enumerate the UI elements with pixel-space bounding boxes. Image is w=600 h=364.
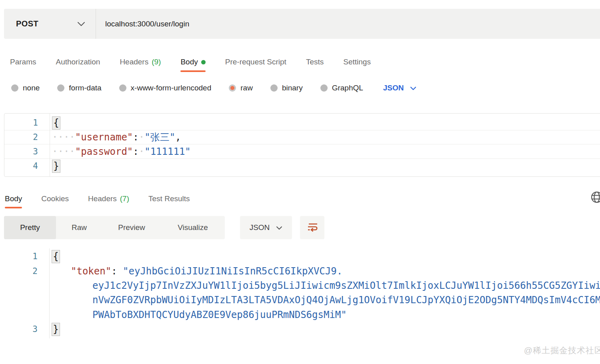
globe-icon[interactable] bbox=[590, 190, 600, 204]
radio-binary[interactable]: binary bbox=[270, 84, 303, 92]
chevron-down-icon bbox=[410, 84, 416, 92]
tab-headers[interactable]: Headers (9) bbox=[120, 52, 161, 72]
method-label: POST bbox=[16, 19, 38, 28]
close-brace[interactable]: } bbox=[52, 160, 60, 173]
code-line: 1 { bbox=[4, 116, 600, 130]
watermark: @稀土掘金技术社区 bbox=[524, 345, 600, 356]
tab-params[interactable]: Params bbox=[10, 52, 36, 72]
radio-icon bbox=[119, 84, 126, 92]
api-client-window: POST localhost:3000/user/login Params Au… bbox=[0, 0, 600, 364]
radio-icon bbox=[11, 84, 18, 92]
body-modified-dot bbox=[201, 60, 206, 64]
request-url-bar: POST localhost:3000/user/login bbox=[4, 9, 600, 39]
code-line-wrapped: eyJ1c2VyIjp7InVzZXJuYW1lIjoi5byg5LiJIiwi… bbox=[4, 278, 600, 293]
radio-raw[interactable]: raw bbox=[229, 84, 253, 92]
chevron-down-icon bbox=[276, 223, 282, 232]
code-line: 4 } bbox=[4, 159, 600, 173]
code-line: 2 "token": "eyJhbGciOiJIUzI1NiIsInR5cCI6… bbox=[4, 264, 600, 278]
headers-count-badge: (9) bbox=[152, 58, 161, 66]
url-text: localhost:3000/user/login bbox=[105, 20, 189, 28]
tab-authorization[interactable]: Authorization bbox=[56, 52, 100, 72]
response-headers-count-badge: (7) bbox=[120, 194, 129, 203]
tab-response-headers[interactable]: Headers (7) bbox=[88, 189, 129, 208]
body-type-row: none form-data x-www-form-urlencoded raw… bbox=[11, 80, 416, 96]
wrap-text-icon bbox=[306, 220, 319, 235]
token-text: nVwZGF0ZVRpbWUiOiIyMDIzLTA3LTA5VDAxOjQ4O… bbox=[92, 294, 600, 306]
code-line-wrapped: nVwZGF0ZVRpbWUiOiIyMDIzLTA3LTA5VDAxOjQ4O… bbox=[4, 293, 600, 307]
radio-icon bbox=[320, 84, 328, 92]
code-line: 1 { bbox=[4, 249, 600, 264]
wrap-text-button[interactable] bbox=[300, 216, 324, 239]
code-line-wrapped: PWAbToBXDHTQCYUdyABZ0E9Vep86juuPRmNDS6gs… bbox=[4, 308, 600, 322]
raw-language-dropdown[interactable]: JSON bbox=[383, 84, 416, 92]
request-tabs: Params Authorization Headers (9) Body Pr… bbox=[10, 52, 600, 72]
close-brace[interactable]: } bbox=[52, 323, 60, 336]
response-view-toolbar: Pretty Raw Preview Visualize JSON bbox=[4, 216, 324, 239]
response-body-viewer[interactable]: 1 { 2 "token": "eyJhbGciOiJIUzI1NiIsInR5… bbox=[4, 248, 600, 338]
chevron-down-icon bbox=[77, 22, 85, 26]
radio-none[interactable]: none bbox=[11, 84, 40, 92]
token-text: PWAbToBXDHTQCYUdyABZ0E9Vep86juuPRmNDS6gs… bbox=[92, 309, 347, 320]
method-dropdown[interactable]: POST bbox=[4, 9, 96, 39]
open-brace[interactable]: { bbox=[52, 116, 60, 130]
tab-body[interactable]: Body bbox=[180, 52, 205, 72]
radio-form-data[interactable]: form-data bbox=[57, 84, 101, 92]
code-line: 3 ····"password":·"111111" bbox=[4, 144, 600, 159]
tab-response-body[interactable]: Body bbox=[5, 189, 22, 208]
response-format-dropdown[interactable]: JSON bbox=[240, 216, 292, 239]
open-brace[interactable]: { bbox=[52, 250, 60, 263]
tab-test-results[interactable]: Test Results bbox=[148, 189, 190, 208]
token-text: eyJ1c2VyIjp7InVzZXJuYW1lIjoi5byg5LiJIiwi… bbox=[92, 280, 600, 291]
tab-pre-request-script[interactable]: Pre-request Script bbox=[225, 52, 286, 72]
radio-graphql[interactable]: GraphQL bbox=[320, 84, 363, 92]
gutter-divider bbox=[49, 248, 50, 338]
radio-selected-icon bbox=[229, 84, 236, 92]
radio-x-www-form-urlencoded[interactable]: x-www-form-urlencoded bbox=[119, 84, 212, 92]
view-visualize-button[interactable]: Visualize bbox=[161, 216, 225, 239]
view-pretty-button[interactable]: Pretty bbox=[4, 216, 56, 239]
view-mode-segmented-control: Pretty Raw Preview Visualize bbox=[4, 216, 225, 239]
request-body-editor[interactable]: 1 { 2 ····"username":·"张三", 3 ····"passw… bbox=[4, 113, 600, 177]
view-raw-button[interactable]: Raw bbox=[56, 216, 102, 239]
radio-icon bbox=[270, 84, 278, 92]
view-preview-button[interactable]: Preview bbox=[102, 216, 161, 239]
tab-settings[interactable]: Settings bbox=[343, 52, 371, 72]
tab-tests[interactable]: Tests bbox=[306, 52, 324, 72]
radio-icon bbox=[57, 84, 64, 92]
response-tabs: Body Cookies Headers (7) Test Results bbox=[5, 189, 576, 208]
code-line: 2 ····"username":·"张三", bbox=[4, 130, 600, 144]
code-line: 3 } bbox=[4, 322, 600, 336]
tab-cookies[interactable]: Cookies bbox=[41, 189, 69, 208]
url-input[interactable]: localhost:3000/user/login bbox=[96, 9, 600, 39]
gutter-divider bbox=[50, 114, 50, 176]
